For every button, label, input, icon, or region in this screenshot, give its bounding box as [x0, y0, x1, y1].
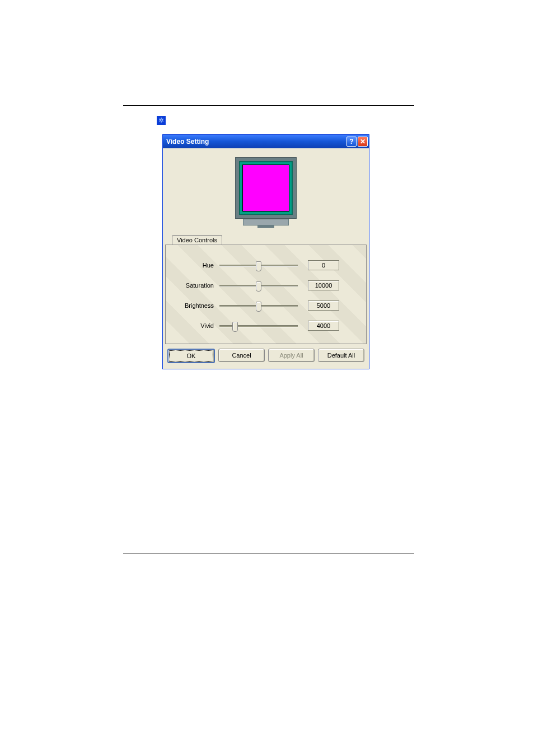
help-icon: ? [349, 138, 353, 145]
monitor-preview [235, 157, 297, 228]
hue-row: Hue 0 [174, 255, 358, 275]
slider-thumb[interactable] [256, 261, 261, 271]
vivid-value: 4000 [308, 321, 339, 331]
default-all-button[interactable]: Default All [318, 349, 364, 362]
close-icon: ✕ [360, 138, 366, 145]
dialog-title: Video Setting [166, 138, 345, 145]
vivid-row: Vivid 4000 [174, 316, 358, 336]
video-setting-dialog: Video Setting ? ✕ Video Controls [162, 134, 369, 369]
vivid-slider[interactable] [219, 320, 298, 331]
slider-track [219, 325, 298, 327]
brightness-value: 5000 [308, 300, 339, 311]
saturation-value: 10000 [308, 280, 339, 290]
close-button[interactable]: ✕ [358, 137, 368, 147]
brightness-slider[interactable] [219, 300, 298, 311]
app-icon [157, 116, 166, 125]
page-divider-bottom [123, 553, 414, 553]
page-divider-top [123, 105, 414, 106]
cancel-button[interactable]: Cancel [218, 349, 265, 362]
vivid-label: Vivid [174, 322, 219, 329]
ok-button[interactable]: OK [167, 349, 215, 363]
saturation-slider[interactable] [219, 280, 298, 291]
monitor-preview-wrap [165, 152, 367, 229]
apply-all-button: Apply All [268, 349, 315, 362]
hue-label: Hue [174, 262, 219, 269]
saturation-label: Saturation [174, 282, 219, 289]
titlebar: Video Setting ? ✕ [163, 135, 369, 148]
dialog-button-row: OK Cancel Apply All Default All [165, 344, 367, 365]
help-button[interactable]: ? [346, 137, 357, 147]
dialog-body: Video Controls Hue 0 Saturation 10000 [163, 148, 369, 369]
monitor-screen [242, 165, 289, 212]
hue-slider[interactable] [219, 260, 298, 271]
slider-thumb[interactable] [232, 322, 238, 332]
brightness-label: Brightness [174, 302, 219, 309]
tab-video-controls[interactable]: Video Controls [172, 235, 222, 245]
tab-row: Video Controls [165, 233, 367, 245]
tab-content: Hue 0 Saturation 10000 Brightness [165, 245, 367, 344]
hue-value: 0 [308, 260, 339, 270]
slider-thumb[interactable] [256, 281, 261, 292]
brightness-row: Brightness 5000 [174, 295, 358, 316]
saturation-row: Saturation 10000 [174, 275, 358, 295]
tab-label: Video Controls [177, 237, 217, 243]
slider-thumb[interactable] [256, 302, 261, 312]
